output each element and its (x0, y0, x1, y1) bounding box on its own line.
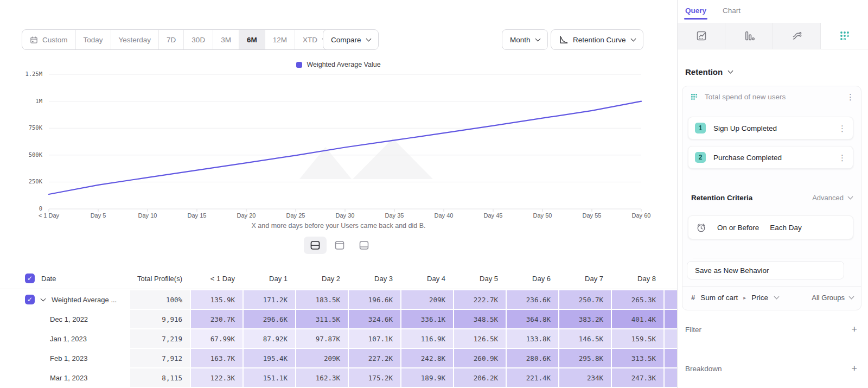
retention-value-cell[interactable]: 222.7K (453, 290, 506, 309)
view-toggle-chart[interactable] (328, 237, 351, 254)
retention-value-cell[interactable]: 107.1K (348, 329, 400, 348)
row-checkbox[interactable]: ✓ (25, 295, 35, 304)
retention-value-cell[interactable]: 265.3K (611, 290, 663, 309)
range-today[interactable]: Today (76, 30, 111, 49)
retention-value-cell[interactable]: 196.6K (348, 290, 400, 309)
range-3m[interactable]: 3M (213, 30, 239, 49)
report-type-flows[interactable] (773, 23, 821, 49)
retention-value-cell[interactable]: 348.5K (453, 310, 506, 328)
kebab-menu-icon[interactable]: ⋮ (846, 93, 854, 101)
retention-value-cell[interactable]: 236.6K (506, 290, 558, 309)
tab-chart[interactable]: Chart (723, 7, 741, 15)
column-header[interactable]: Day 6 (506, 275, 558, 283)
retention-value-cell[interactable]: 159.5K (611, 329, 663, 348)
criteria-mode-dropdown[interactable]: Advanced (812, 194, 852, 202)
report-type-funnels[interactable] (725, 23, 773, 49)
range-30d[interactable]: 30D (184, 30, 213, 49)
column-header[interactable]: Day 2 (295, 275, 348, 283)
timing-unit-label[interactable]: Each Day (770, 224, 802, 232)
kebab-menu-icon[interactable]: ⋮ (838, 124, 846, 132)
retention-value-cell[interactable]: 175.2K (348, 368, 400, 387)
retention-value-cell[interactable]: 234K (558, 368, 611, 387)
retention-value-cell[interactable]: 122.3K (190, 368, 242, 387)
retention-value-cell[interactable]: 133.8K (506, 329, 558, 348)
add-breakdown-button[interactable]: + (851, 364, 857, 373)
retention-value-cell[interactable]: 295.8K (558, 349, 611, 367)
retention-value-cell[interactable]: 162.3K (295, 368, 348, 387)
retention-value-cell[interactable]: 67.99K (190, 329, 242, 348)
retention-value-cell[interactable]: 183.5K (295, 290, 348, 309)
group-dropdown[interactable]: All Groups (812, 294, 853, 302)
range-yesterday[interactable]: Yesterday (111, 30, 159, 49)
column-header[interactable]: Day 3 (348, 275, 400, 283)
step-row-1[interactable]: 1 Sign Up Completed ⋮ (688, 117, 853, 139)
add-filter-button[interactable]: + (851, 325, 857, 334)
retention-value-cell[interactable]: 97.87K (295, 329, 348, 348)
retention-value-cell[interactable]: 195.4K (242, 349, 295, 367)
column-header[interactable]: Day 7 (558, 275, 611, 283)
retention-value-cell[interactable]: 280.6K (506, 349, 558, 367)
retention-value-cell[interactable]: 230.7K (190, 310, 242, 328)
select-all-checkbox[interactable]: ✓ (25, 273, 35, 283)
retention-value-cell[interactable]: 313.5K (611, 349, 663, 367)
expand-chevron-icon[interactable] (41, 296, 46, 301)
measure-subproperty-label[interactable]: Price (751, 294, 768, 302)
step-row-2[interactable]: 2 Purchase Completed ⋮ (688, 146, 853, 169)
retention-value-cell[interactable]: 247.3K (611, 368, 663, 387)
column-header[interactable]: Day 5 (453, 275, 506, 283)
retention-value-cell[interactable]: 126.5K (453, 329, 506, 348)
retention-value-cell[interactable]: 311.5K (295, 310, 348, 328)
column-header[interactable]: < 1 Day (190, 275, 242, 283)
retention-value-cell[interactable]: 135.9K (190, 290, 242, 309)
retention-value-cell[interactable]: 209K (400, 290, 453, 309)
chart-type-button[interactable]: Retention Curve (551, 29, 643, 50)
measure-property-label[interactable]: Sum of cart (700, 294, 738, 302)
range-7d[interactable]: 7D (159, 30, 184, 49)
chart-legend[interactable]: Weighted Average Value (0, 61, 677, 68)
view-toggle-table[interactable] (353, 237, 375, 254)
range-12m[interactable]: 12M (265, 30, 295, 49)
retention-value-cell[interactable]: 324.6K (348, 310, 400, 328)
granularity-button[interactable]: Month (502, 29, 548, 50)
retention-value-cell[interactable]: 87.92K (242, 329, 295, 348)
retention-value-cell[interactable]: 383.2K (558, 310, 611, 328)
report-type-insights[interactable] (678, 23, 725, 49)
step-event-label[interactable]: Purchase Completed (713, 154, 831, 162)
save-behavior-label: Save as New Behavior (695, 266, 769, 275)
retention-value-cell[interactable]: 336.1K (400, 310, 453, 328)
report-type-retention[interactable] (821, 23, 868, 49)
range-custom[interactable]: Custom (22, 30, 76, 49)
retention-value-cell[interactable]: 296.6K (242, 310, 295, 328)
compare-button[interactable]: Compare (323, 29, 379, 50)
tab-query[interactable]: Query (685, 7, 706, 15)
retention-value-cell[interactable]: 163.7K (190, 349, 242, 367)
timing-label[interactable]: On or Before (717, 224, 759, 232)
step-event-label[interactable]: Sign Up Completed (713, 124, 831, 132)
retention-value-cell[interactable]: 116.9K (400, 329, 453, 348)
column-header[interactable]: Day 4 (400, 275, 453, 283)
report-section-dropdown[interactable]: Retention (685, 67, 732, 77)
retention-value-cell[interactable]: 171.2K (242, 290, 295, 309)
criteria-timing-card[interactable]: On or Before Each Day (688, 215, 853, 239)
retention-value-cell[interactable]: 209K (295, 349, 348, 367)
range-6m[interactable]: 6M (239, 30, 265, 49)
save-behavior-button[interactable]: Save as New Behavior (687, 261, 844, 279)
retention-value-cell[interactable]: 227.2K (348, 349, 400, 367)
retention-value-cell[interactable]: 221.4K (506, 368, 558, 387)
retention-value-cell[interactable]: 260.9K (453, 349, 506, 367)
column-header[interactable]: Total Profile(s) (129, 275, 190, 283)
retention-value-cell[interactable]: 206.2K (453, 368, 506, 387)
retention-value-cell[interactable]: 146.5K (558, 329, 611, 348)
kebab-menu-icon[interactable]: ⋮ (838, 154, 846, 162)
view-toggle-split[interactable] (304, 237, 327, 254)
retention-value-cell[interactable]: 364.8K (506, 310, 558, 328)
column-header[interactable]: Day 8 (611, 275, 663, 283)
retention-value-cell[interactable]: 250.7K (558, 290, 611, 309)
retention-value-cell[interactable]: 189.9K (400, 368, 453, 387)
retention-value-cell[interactable]: 401.4K (611, 310, 663, 328)
retention-value-cell[interactable]: 151.1K (242, 368, 295, 387)
weighted-average-line[interactable] (49, 101, 641, 194)
retention-value-cell[interactable]: 242.8K (400, 349, 453, 367)
column-header[interactable]: Day 1 (242, 275, 295, 283)
behavior-title[interactable]: Total spend of new users (705, 93, 786, 101)
